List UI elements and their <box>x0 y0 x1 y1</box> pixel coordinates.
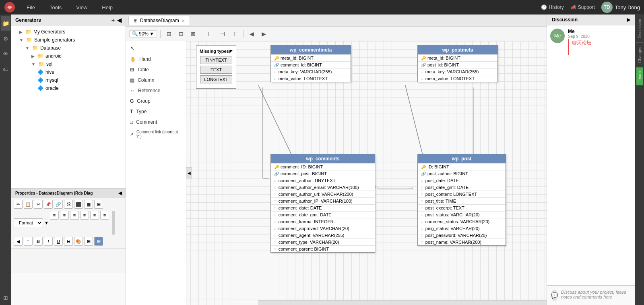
menu-view[interactable]: View <box>73 3 91 12</box>
toolbox-cursor[interactable]: ↖ <box>126 43 186 54</box>
tree-item-android[interactable]: ▶ 📁 android <box>11 52 126 60</box>
table-row: 🔑meta_id: BIGINT <box>418 54 497 61</box>
props-right-btn[interactable]: ⊞ <box>94 200 103 209</box>
color-btn[interactable]: 🎨 <box>74 237 83 246</box>
tree-item-sql[interactable]: ▼ 📁 sql <box>11 60 126 68</box>
props-paste-btn[interactable]: 📌 <box>44 200 53 209</box>
quote-btn[interactable]: " <box>24 237 33 246</box>
align-center-btn[interactable]: ≡ <box>60 211 69 220</box>
tab-close-btn[interactable]: ✕ <box>182 19 185 23</box>
props-center-btn[interactable]: ▦ <box>84 200 93 209</box>
table-row: □comment_karma: INTEGER <box>271 218 375 225</box>
properties-toolbar: ✏ 📋 ✂ 📌 🔗 ⛓ ⬛ ▦ ⊞ Format ▼ <box>11 198 126 249</box>
discussion-footer: 💬 Discuss about your project, leave note… <box>547 285 635 305</box>
left-icon-project[interactable]: 📁 <box>1 16 10 31</box>
discussion-expand-btn[interactable]: ▶ <box>627 17 630 23</box>
vtab-team[interactable]: Team <box>636 67 643 85</box>
table-wp-comments[interactable]: wp_comments 🔑comment_ID: BIGINT 🔗comment… <box>270 154 375 253</box>
zoom-control[interactable]: 🔍 90% ▼ <box>129 30 157 37</box>
tab-database-diagram[interactable]: ⊞ DatabaseDiagram ✕ <box>128 16 190 25</box>
history-button[interactable]: 🕐 History <box>541 4 564 10</box>
props-edit-btn[interactable]: ✏ <box>14 200 23 209</box>
reference-icon: ↔ <box>130 88 135 93</box>
underline-btn[interactable]: U <box>54 237 63 246</box>
tree-item-hive[interactable]: 🔷 hive <box>11 68 126 76</box>
toolbar-align-right[interactable]: ⊤ <box>229 29 240 39</box>
toolbox-reference[interactable]: ↔ Reference <box>126 85 186 96</box>
toolbar-align-left[interactable]: ⊢ <box>205 29 216 39</box>
support-button[interactable]: 📣 Support <box>570 4 595 10</box>
grid-btn[interactable]: ⊞ <box>94 237 103 246</box>
tree-item-database[interactable]: ▼ 📁 Database <box>11 44 126 52</box>
menu-tools[interactable]: Tools <box>46 3 65 12</box>
table-row: □meta_value: LONGTEXT <box>418 75 497 82</box>
props-collapse-btn[interactable]: ◀ <box>118 191 122 196</box>
menu-file[interactable]: File <box>23 3 38 12</box>
menu-help[interactable]: Help <box>99 3 116 12</box>
table-wp-postmeta[interactable]: wp_postmeta 🔑meta_id: BIGINT 🔗post_id: B… <box>417 45 498 82</box>
toolbar-layout-btn1[interactable]: ⊞ <box>164 29 174 39</box>
panel-add-button[interactable]: + <box>111 17 115 23</box>
left-icon-properties[interactable]: ⊞ <box>1 290 10 305</box>
canvas-hscroll[interactable] <box>258 300 547 305</box>
tree-item-sample-generators[interactable]: ▼ 📁 Sample generators <box>11 36 126 44</box>
left-icon-bar: 📁 ⚙ 👁 🏷 ⊞ <box>0 15 11 305</box>
cursor-icon: ↖ <box>130 45 135 52</box>
toolbox-comment-link[interactable]: ↗ Comment link (shortcut 'n') <box>126 127 186 141</box>
tinytext-btn[interactable]: TINYTEXT <box>200 56 232 64</box>
toolbar-separator-2 <box>202 30 202 38</box>
toolbar-align-center[interactable]: ⊣ <box>217 29 228 39</box>
vtab-changes[interactable]: Changes <box>636 42 643 67</box>
toolbox-hand[interactable]: ✋ Hand <box>126 54 186 64</box>
table-row: □post_title: TIME <box>418 197 506 204</box>
strikethrough-btn[interactable]: S <box>64 237 73 246</box>
left-icon-tags[interactable]: 🏷 <box>1 62 10 77</box>
tree-item-mysql[interactable]: 🔷 mysql <box>11 76 126 84</box>
tree-item-oracle[interactable]: 🔷 oracle <box>11 84 126 92</box>
align-justify-btn[interactable]: ≡ <box>80 211 89 220</box>
toolbox-group[interactable]: G Group <box>126 96 186 106</box>
longtext-btn[interactable]: LONGTEXT <box>200 75 232 83</box>
table-row: 🔑meta_id: BIGINT <box>271 54 351 61</box>
table-row: □comment_approved: VARCHAR(20) <box>271 225 375 232</box>
comment-body: Me Sep 9, 2020 聊天论坛 <box>568 29 632 55</box>
props-copy-btn[interactable]: 📋 <box>24 200 33 209</box>
group-icon: G <box>130 98 134 104</box>
comment-bar <box>568 39 569 55</box>
align-right-btn[interactable]: ≡ <box>70 211 79 220</box>
scroll-btn[interactable] <box>112 211 115 235</box>
left-icon-overview[interactable]: 👁 <box>1 47 10 61</box>
align-left-btn[interactable]: ≡ <box>50 211 59 220</box>
list-btn[interactable]: ≡ <box>90 211 99 220</box>
indent-left-btn[interactable]: ◀ <box>14 237 23 246</box>
toolbox-comment[interactable]: □ Comment <box>126 117 186 127</box>
props-unlink-btn[interactable]: ⛓ <box>64 200 73 209</box>
italic-btn[interactable]: I <box>44 237 53 246</box>
panel-collapse-button[interactable]: ◀ <box>117 17 122 23</box>
toolbar-next-btn[interactable]: ▶ <box>259 29 269 39</box>
toolbar-layout-btn2[interactable]: ⊟ <box>176 29 186 39</box>
toolbox-table[interactable]: ⊞ Table <box>126 64 186 75</box>
list2-btn[interactable]: ≡ <box>100 211 109 220</box>
text-btn[interactable]: TEXT <box>200 66 232 74</box>
table-row: 🔗comment_post: BIGINT <box>271 170 375 177</box>
table-wp-commentmeta[interactable]: wp_commentmeta 🔑meta_id: BIGINT 🔗comment… <box>270 45 351 82</box>
table-row: 🔑ID: BIGINT <box>418 163 506 170</box>
tree-item-my-generators[interactable]: ▶ 📁 My Generators <box>11 28 126 36</box>
table-wp-post[interactable]: wp_post 🔑ID: BIGINT 🔗post_author: BIGINT… <box>417 154 506 246</box>
props-link-btn[interactable]: 🔗 <box>54 200 63 209</box>
bold-btn[interactable]: B <box>34 237 43 246</box>
vtab-discussion[interactable]: Discussion <box>636 15 643 42</box>
toolbox-column[interactable]: ▤ Column <box>126 75 186 85</box>
toolbox-type[interactable]: T Type <box>126 106 186 117</box>
toolbar-layout-btn3[interactable]: ⊠ <box>188 29 198 39</box>
format-dropdown[interactable]: Format <box>14 218 43 227</box>
table-row: □comment_author_email: VARCHAR(100) <box>271 184 375 191</box>
props-cut-btn[interactable]: ✂ <box>34 200 43 209</box>
toolbar-prev-btn[interactable]: ◀ <box>247 29 257 39</box>
toolbox-collapse-btn[interactable]: ◀ <box>186 167 192 179</box>
left-icon-generators[interactable]: ⚙ <box>1 31 10 46</box>
table-btn[interactable]: ⊞ <box>84 237 93 246</box>
column-icon: ▤ <box>130 77 134 83</box>
props-left-btn[interactable]: ⬛ <box>74 200 83 209</box>
